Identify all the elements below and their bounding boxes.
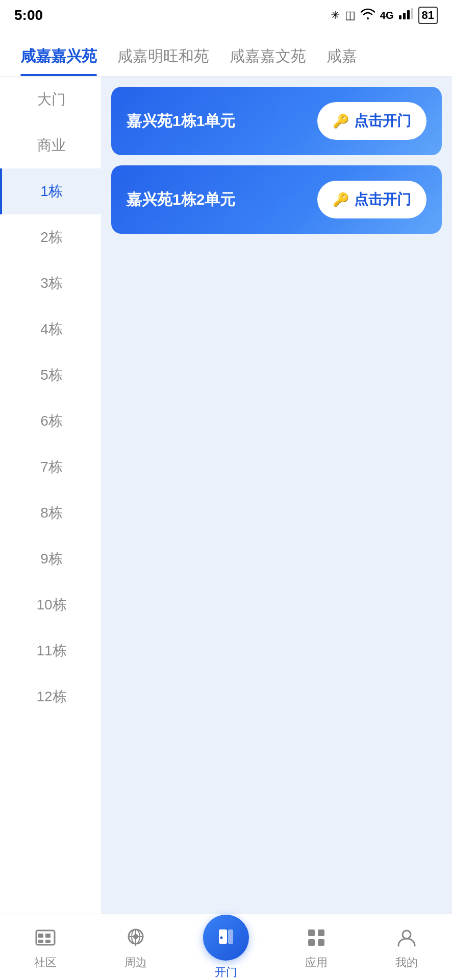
svg-rect-14	[219, 929, 227, 944]
bottom-nav: 社区 周边 开门	[0, 914, 452, 980]
battery-level: 81	[422, 9, 434, 22]
nav-item-apps[interactable]: 应用	[291, 924, 342, 970]
status-bar: 5:00 ✳ ◫ 4G 81	[0, 0, 452, 31]
signal-4g-icon: 4G	[380, 10, 394, 21]
svg-rect-7	[38, 940, 43, 943]
svg-rect-5	[38, 934, 43, 938]
svg-rect-17	[308, 929, 315, 936]
tab-jiaxing-yuan[interactable]: 咸嘉嘉兴苑	[10, 46, 107, 76]
svg-rect-0	[399, 15, 401, 19]
opendoor-center-button[interactable]	[203, 915, 249, 961]
apps-icon	[303, 924, 330, 951]
svg-point-21	[403, 930, 411, 939]
svg-rect-18	[318, 929, 324, 936]
tab-mingwang-yuan[interactable]: 咸嘉明旺和苑	[107, 46, 219, 76]
sidebar-item-commercial[interactable]: 商业	[0, 122, 101, 168]
sidebar-item-building3[interactable]: 3栋	[0, 260, 101, 306]
nav-item-mine[interactable]: 我的	[381, 924, 432, 970]
sidebar-item-building6[interactable]: 6栋	[0, 398, 101, 444]
svg-point-16	[220, 936, 222, 939]
status-icons: ✳ ◫ 4G 81	[331, 7, 438, 24]
bluetooth-icon: ✳	[331, 9, 340, 22]
sidebar-item-building12[interactable]: 12栋	[0, 674, 101, 720]
svg-rect-20	[318, 939, 324, 946]
key-icon-unit1: 🔑	[333, 113, 349, 129]
svg-rect-15	[228, 929, 233, 944]
door-card-unit2-title: 嘉兴苑1栋2单元	[127, 189, 235, 210]
sidebar-item-building7[interactable]: 7栋	[0, 444, 101, 490]
opendoor-label: 开门	[215, 965, 237, 980]
status-time: 5:00	[14, 7, 43, 23]
svg-rect-1	[403, 13, 406, 19]
sidebar-item-building10[interactable]: 10栋	[0, 582, 101, 628]
nav-item-community[interactable]: 社区	[20, 924, 71, 970]
battery-icon: 81	[418, 7, 438, 24]
svg-rect-3	[411, 8, 413, 19]
nfc-icon: ◫	[345, 9, 356, 22]
right-panel: 嘉兴苑1栋1单元 🔑 点击开门 嘉兴苑1栋2单元 🔑 点击开门	[101, 77, 452, 914]
sidebar-item-building1[interactable]: 1栋	[0, 168, 101, 214]
mine-label: 我的	[395, 955, 418, 970]
tab-xian-jia[interactable]: 咸嘉	[316, 46, 367, 76]
nav-item-opendoor[interactable]: 开门	[200, 915, 252, 980]
nearby-label: 周边	[124, 955, 147, 970]
left-sidebar: 大门 商业 1栋 2栋 3栋 4栋 5栋 6栋 7栋 8栋 9栋 10栋 11栋…	[0, 77, 101, 914]
door-card-unit1: 嘉兴苑1栋1单元 🔑 点击开门	[111, 87, 442, 155]
mine-icon	[393, 924, 420, 951]
sidebar-item-gate[interactable]: 大门	[0, 77, 101, 122]
open-door-unit2-button[interactable]: 🔑 点击开门	[317, 181, 426, 218]
sidebar-item-building8[interactable]: 8栋	[0, 490, 101, 536]
door-card-unit2: 嘉兴苑1栋2单元 🔑 点击开门	[111, 165, 442, 234]
wifi-icon	[361, 8, 375, 22]
sidebar-item-building2[interactable]: 2栋	[0, 214, 101, 260]
nav-item-nearby[interactable]: 周边	[110, 924, 161, 970]
key-icon-unit2: 🔑	[333, 192, 349, 208]
community-label: 社区	[34, 955, 57, 970]
signal-bars-icon	[399, 8, 413, 22]
svg-rect-8	[45, 940, 51, 943]
top-tabs: 咸嘉嘉兴苑 咸嘉明旺和苑 咸嘉嘉文苑 咸嘉	[0, 31, 452, 77]
main-content: 大门 商业 1栋 2栋 3栋 4栋 5栋 6栋 7栋 8栋 9栋 10栋 11栋…	[0, 77, 452, 914]
open-door-unit1-button[interactable]: 🔑 点击开门	[317, 102, 426, 140]
sidebar-item-building9[interactable]: 9栋	[0, 536, 101, 582]
sidebar-item-building5[interactable]: 5栋	[0, 352, 101, 398]
tab-jia-wen-yuan[interactable]: 咸嘉嘉文苑	[219, 46, 316, 76]
sidebar-item-building4[interactable]: 4栋	[0, 306, 101, 352]
door-card-unit1-title: 嘉兴苑1栋1单元	[127, 111, 235, 132]
community-icon	[32, 924, 59, 951]
svg-rect-19	[308, 939, 315, 946]
open-door-unit1-label: 点击开门	[354, 111, 411, 131]
nearby-icon	[122, 924, 149, 951]
open-door-unit2-label: 点击开门	[354, 190, 411, 209]
apps-label: 应用	[305, 955, 328, 970]
svg-rect-6	[45, 934, 51, 938]
svg-rect-2	[407, 10, 410, 19]
sidebar-item-building11[interactable]: 11栋	[0, 628, 101, 674]
